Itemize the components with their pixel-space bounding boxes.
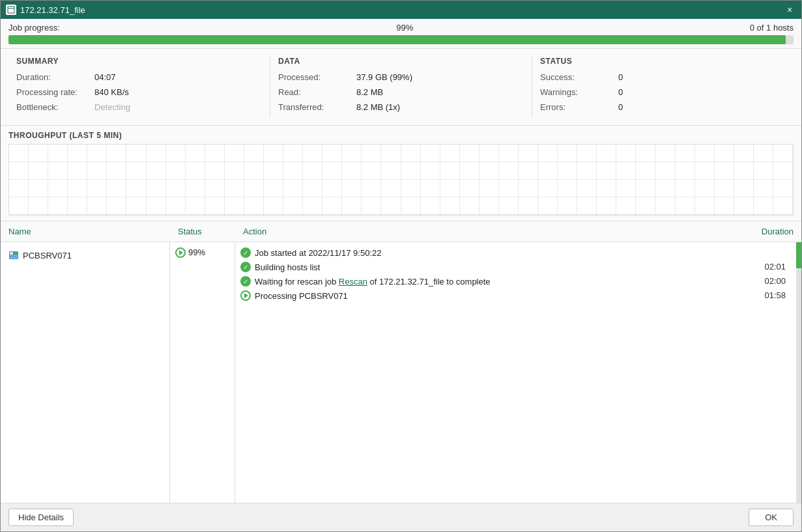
grid-cell (538, 197, 558, 215)
grid-cell (715, 180, 734, 197)
grid-cell (9, 180, 29, 197)
warnings-value: 0 (618, 87, 623, 97)
grid-cell (186, 180, 205, 197)
grid-cell (519, 162, 538, 180)
grid-cell (401, 180, 421, 197)
grid-cell (401, 145, 421, 162)
close-button[interactable]: × (783, 3, 796, 16)
grid-cell (381, 145, 401, 162)
grid-cell (126, 162, 146, 180)
grid-cell (734, 145, 754, 162)
grid-cell (440, 180, 460, 197)
grid-cell (440, 145, 460, 162)
grid-cell (107, 180, 126, 197)
grid-cell (147, 180, 166, 197)
grid-cell (107, 197, 126, 215)
grid-cell (87, 197, 107, 215)
duration-label: Duration: (16, 72, 94, 82)
grid-cell (421, 145, 440, 162)
grid-cell (205, 180, 225, 197)
grid-cell (499, 145, 519, 162)
grid-cell (303, 197, 322, 215)
action-row: ✓Waiting for rescan job Rescan of 172.21… (240, 276, 791, 287)
grid-cell (499, 162, 519, 180)
grid-cell (715, 162, 734, 180)
grid-cell (264, 180, 283, 197)
grid-cell (558, 197, 577, 215)
grid-cell (322, 180, 342, 197)
grid-cell (225, 145, 244, 162)
svg-rect-6 (10, 257, 18, 259)
status-play-icon (175, 247, 186, 258)
grid-cell (147, 197, 166, 215)
progress-bar-container (8, 35, 794, 44)
grid-cell (558, 145, 577, 162)
grid-cell (636, 180, 655, 197)
transferred-label: Transferred: (278, 102, 356, 112)
grid-cell (421, 162, 440, 180)
action-text: Waiting for rescan job Rescan of 172.21.… (255, 277, 491, 287)
grid-cell (87, 180, 107, 197)
footer: Hide Details OK (1, 503, 801, 531)
grid-cell (616, 197, 636, 215)
svg-rect-4 (14, 252, 18, 255)
grid-cell (480, 162, 499, 180)
action-text: Job started at 2022/11/17 9:50:22 (255, 248, 381, 258)
col-header-status: Status (170, 224, 235, 239)
grid-cell (421, 197, 440, 215)
grid-cell (205, 145, 225, 162)
grid-cell (244, 180, 264, 197)
grid-cell (421, 180, 440, 197)
grid-cell (225, 162, 244, 180)
grid-cell (166, 180, 186, 197)
progress-bar-fill (8, 35, 786, 44)
grid-cell (616, 145, 636, 162)
grid-cell (225, 180, 244, 197)
grid-cell (362, 197, 381, 215)
col-header-name: Name (1, 224, 170, 239)
action-text: Building hosts list (255, 262, 320, 272)
grid-cell (9, 145, 29, 162)
grid-cell (244, 197, 264, 215)
action-link[interactable]: Rescan (339, 277, 367, 287)
processing-rate-row: Processing rate: 840 KB/s (16, 87, 262, 97)
grid-cell (283, 197, 303, 215)
grid-cell (48, 180, 68, 197)
grid-cell (519, 145, 538, 162)
bottleneck-label: Bottleneck: (16, 102, 94, 112)
grid-cell (734, 180, 754, 197)
data-panel: DATA Processed: 37.9 GB (99%) Read: 8.2 … (270, 57, 532, 117)
check-icon: ✓ (240, 262, 251, 272)
scrollbar-thumb[interactable] (796, 242, 801, 268)
grid-cell (480, 180, 499, 197)
read-label: Read: (278, 87, 356, 97)
grid-cell (342, 197, 362, 215)
grid-cell (734, 162, 754, 180)
grid-cell (480, 197, 499, 215)
grid-cell (205, 197, 225, 215)
scrollbar[interactable] (796, 242, 801, 503)
host-status-text: 99% (188, 247, 205, 257)
read-value: 8.2 MB (356, 87, 383, 97)
grid-cell (676, 162, 695, 180)
details-table-header: Name Status Action Duration (1, 221, 801, 242)
grid-cell (754, 197, 773, 215)
success-row: Success: 0 (540, 72, 786, 82)
grid-cell (166, 197, 186, 215)
read-row: Read: 8.2 MB (278, 87, 524, 97)
grid-cell (558, 180, 577, 197)
grid-cell (695, 197, 715, 215)
check-icon: ✓ (240, 276, 251, 287)
host-status-panel: 99% (170, 242, 235, 503)
grid-cell (616, 180, 636, 197)
summary-panel: SUMMARY Duration: 04:07 Processing rate:… (8, 57, 270, 117)
grid-cell (186, 197, 205, 215)
grid-cell (303, 145, 322, 162)
grid-cell (264, 197, 283, 215)
success-label: Success: (540, 72, 618, 82)
svg-rect-0 (8, 7, 14, 13)
grid-cell (48, 162, 68, 180)
grid-cell (715, 145, 734, 162)
ok-button[interactable]: OK (749, 509, 794, 526)
hide-details-button[interactable]: Hide Details (8, 509, 74, 526)
